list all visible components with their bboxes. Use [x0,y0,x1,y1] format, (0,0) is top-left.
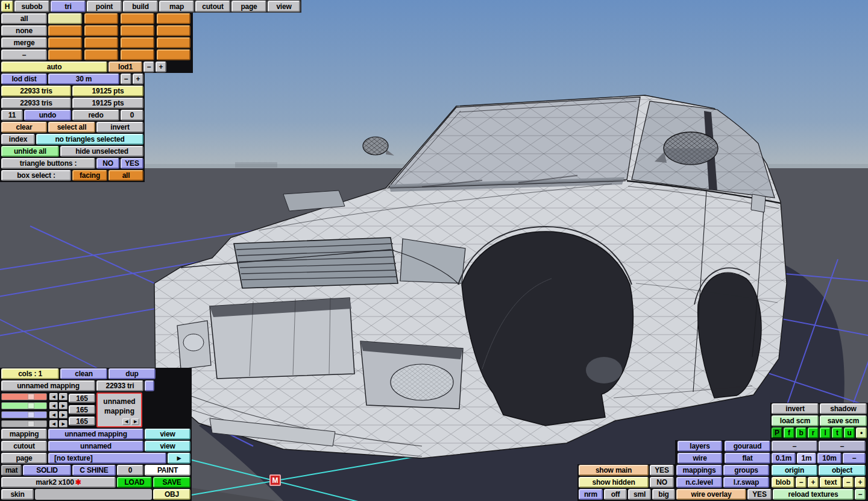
scheme-r-button[interactable]: r [808,427,819,438]
text-minus-button[interactable]: − [843,477,854,488]
grid-dash-button[interactable]: − [843,453,866,464]
hide-unselected-button[interactable]: hide unselected [60,146,143,157]
unhide-all-button[interactable]: unhide all [1,146,59,157]
grid-10m-button[interactable]: 10m [817,453,841,464]
red-value[interactable]: 165 [69,394,95,403]
wire-overlay-yes[interactable]: YES [747,489,772,500]
mapping-row-value[interactable]: unnamed mapping [48,429,143,440]
tab-build[interactable]: build [123,1,158,12]
subob-cell[interactable] [84,25,118,36]
lod1-button[interactable]: lod1 [108,61,142,72]
save-scm-button[interactable]: save scm [820,415,867,426]
layers-dash2[interactable]: – [819,441,866,452]
scheme-b-button[interactable]: b [796,427,807,438]
subob-cell[interactable] [84,49,118,60]
lod-minus-button[interactable]: − [143,61,154,72]
dup-button[interactable]: dup [108,368,156,379]
arrow-right-icon[interactable]: ► [59,411,68,418]
nrm-sml-button[interactable]: sml [628,489,651,500]
obj-export-button[interactable]: OBJ [153,489,190,500]
arrow-right-icon[interactable]: ► [59,420,68,427]
flat-button[interactable]: flat [725,453,770,464]
scheme-dot-button[interactable]: • [856,427,867,438]
skin-name-field[interactable] [35,489,152,500]
tab-tri-active[interactable]: tri [51,1,86,12]
subob-dash-button[interactable]: – [1,49,47,60]
page-next-button[interactable]: ► [168,453,190,464]
gouraud-button[interactable]: gouraud [725,441,770,452]
mat-solid-button[interactable]: SOLID [23,465,71,476]
tab-h[interactable]: H [1,1,13,12]
nrm-button[interactable]: nrm [579,489,603,500]
subob-cell[interactable] [121,49,154,60]
tab-point[interactable]: point [87,1,122,12]
scheme-t-button[interactable]: t [832,427,843,438]
scheme-f-button[interactable]: f [784,427,794,438]
box-select-facing[interactable]: facing [72,170,107,181]
subob-cell[interactable] [121,13,154,24]
lod-dist-minus-button[interactable]: − [121,74,131,84]
mat-shine-button[interactable]: C SHINE [72,465,116,476]
subob-cell[interactable] [121,25,154,36]
arrow-left-icon[interactable]: ◄ [49,411,58,418]
scheme-p-button[interactable]: P [772,427,782,438]
subob-cell[interactable] [48,37,82,48]
show-main-yes[interactable]: YES [650,465,674,476]
show-main-button[interactable]: show main [579,465,649,476]
origin-button[interactable]: origin [772,465,817,476]
skin-button[interactable]: skin [1,489,34,500]
tab-view[interactable]: view [268,1,300,12]
layers-button[interactable]: layers [678,441,722,452]
nrm-big-button[interactable]: big [652,489,675,500]
subob-cell[interactable] [157,49,190,60]
box-select-all[interactable]: all [108,170,143,181]
arrow-right-icon[interactable]: ► [131,418,139,425]
scheme-u-button[interactable]: u [844,427,855,438]
show-hidden-no[interactable]: NO [650,477,674,488]
shadow-button[interactable]: shadow [820,403,867,414]
triangle-buttons-yes[interactable]: YES [121,158,143,169]
arrow-left-icon[interactable]: ◄ [49,402,58,409]
wire-button[interactable]: wire [678,453,722,464]
active-mapping-box[interactable]: unnamed mapping ◄ ► [96,392,142,427]
arrow-right-icon[interactable]: ► [59,393,68,400]
arrow-left-icon[interactable]: ◄ [49,393,58,400]
blue-value[interactable]: 165 [69,417,95,426]
green-value[interactable]: 165 [69,405,95,414]
cutout-view-button[interactable]: view [145,441,190,452]
invert-button[interactable]: invert [772,403,819,414]
lr-swap-button[interactable]: l.r.swap [723,477,769,488]
wire-overlay-button[interactable]: wire overlay [676,489,746,500]
select-all-button[interactable]: select all [48,122,95,133]
nrm-off-button[interactable]: off [604,489,627,500]
triangle-buttons-no[interactable]: NO [96,158,119,169]
tab-subob[interactable]: subob [14,1,49,12]
layers-dash1[interactable]: – [772,441,817,452]
lod-plus-button[interactable]: + [156,61,166,72]
invert-selection-button[interactable]: invert [96,122,143,133]
subob-cell[interactable] [48,25,82,36]
undo-button[interactable]: undo [24,110,71,121]
model-filename[interactable]: mark2 x100✱ [1,477,116,488]
mapping-name[interactable]: unnamed mapping [1,380,95,391]
clear-button[interactable]: clear [1,122,47,133]
load-button[interactable]: LOAD [117,477,152,488]
blob-button[interactable]: blob [772,477,794,488]
subob-cell[interactable] [84,13,118,24]
mapping-center-marker[interactable]: M [269,474,281,486]
gray-slider[interactable] [1,420,47,427]
reload-textures-button[interactable]: reload textures [773,489,854,500]
object-button[interactable]: object [819,465,866,476]
mapping-view-button[interactable]: view [145,429,190,440]
mappings-button[interactable]: mappings [676,465,722,476]
subob-cell[interactable] [157,25,190,36]
arrow-right-icon[interactable]: ► [59,402,68,409]
subob-cell[interactable] [121,37,154,48]
blob-minus-button[interactable]: − [796,477,807,488]
green-slider[interactable] [1,402,47,409]
mat-shine-value[interactable]: 0 [117,465,143,476]
text-plus-button[interactable]: + [855,477,866,488]
show-hidden-button[interactable]: show hidden [579,477,649,488]
subob-cell[interactable] [157,13,190,24]
lod-dist-value[interactable]: 30 m [48,74,119,84]
